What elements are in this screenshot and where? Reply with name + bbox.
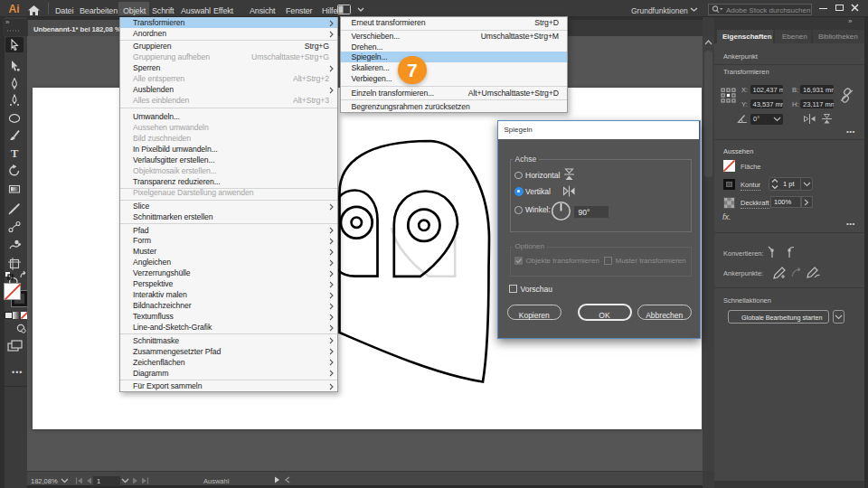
svg-text:T: T	[11, 146, 19, 159]
